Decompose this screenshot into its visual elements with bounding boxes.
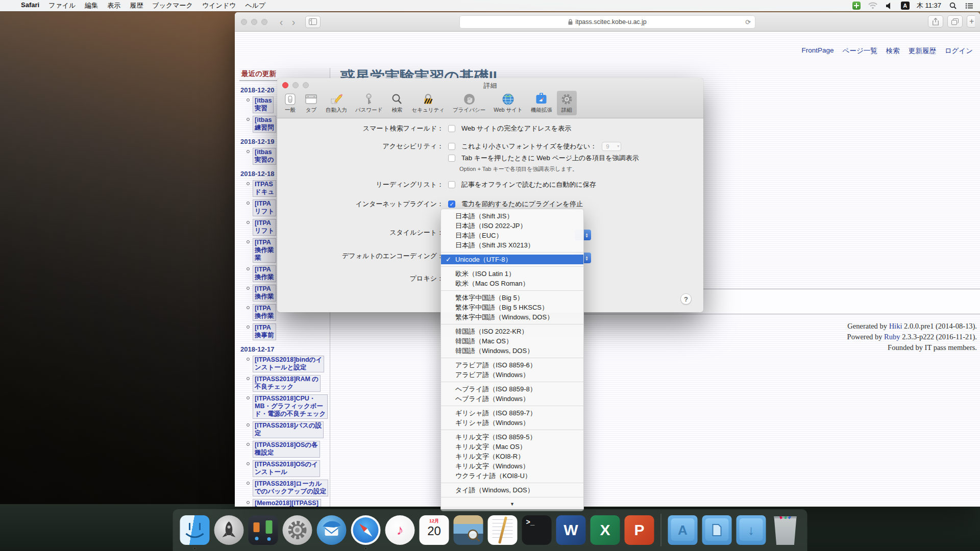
footer-link[interactable]: Hiki — [889, 322, 902, 330]
sidebar-link[interactable]: [itbas 練習問 — [253, 116, 276, 133]
encoding-menu-item[interactable]: ヘブライ語（ISO 8859-8） — [441, 384, 583, 394]
address-bar[interactable]: itpass.scitec.kobe-u.ac.jp ⟳ — [459, 15, 755, 29]
notification-center-icon[interactable] — [965, 2, 974, 10]
menu-bar-clock[interactable]: 木 11:37 — [917, 1, 941, 10]
menu-bar-item-3[interactable]: 表示 — [103, 1, 125, 10]
prefs-tab-自動入力[interactable]: 自動入力 — [322, 91, 351, 115]
sidebar-link[interactable]: [ITPA 換作業 — [253, 285, 276, 302]
encoding-menu-item[interactable]: 日本語（Shift JIS X0213） — [441, 240, 583, 250]
encoding-menu-item[interactable]: 日本語（ISO 2022-JP） — [441, 221, 583, 231]
encoding-menu-item[interactable]: キリル文字（Mac OS） — [441, 442, 583, 452]
encoding-menu-item[interactable]: ギリシャ語（ISO 8859-7） — [441, 408, 583, 418]
encoding-menu-item[interactable]: アラビア語（Windows） — [441, 370, 583, 380]
menu-bar-item-app[interactable]: Safari — [16, 1, 44, 10]
encoding-menu-item[interactable]: 韓国語（Mac OS） — [441, 336, 583, 346]
sidebar-link[interactable]: [itbas 実習 — [253, 96, 274, 113]
prefs-close-button[interactable] — [282, 82, 288, 88]
sidebar-link[interactable]: [ITPA 換事前 — [253, 323, 276, 340]
menu-bar-item-7[interactable]: ヘルプ — [240, 1, 270, 10]
encoding-menu-item[interactable]: ギリシャ語（Windows） — [441, 418, 583, 428]
spotlight-icon[interactable] — [948, 2, 958, 10]
back-button[interactable]: ‹ — [276, 17, 287, 27]
prefs-tab-パスワード[interactable]: パスワード — [352, 91, 386, 115]
menu-bar-item-6[interactable]: ウインドウ — [198, 1, 241, 10]
encoding-menu-item[interactable]: ✓Unicode（UTF-8） — [441, 255, 583, 264]
encoding-menu-item[interactable]: アラビア語（ISO 8859-6） — [441, 360, 583, 370]
encoding-menu-item[interactable]: 欧米（ISO Latin 1） — [441, 269, 583, 279]
checkbox[interactable] — [448, 181, 455, 188]
sidebar-link[interactable]: [ITPA 換作業 — [253, 265, 276, 282]
menu-bar-item-1[interactable]: ファイル — [44, 1, 80, 10]
font-size-select[interactable]: 9▾ — [602, 142, 621, 151]
encoding-menu-item[interactable]: ヘブライ語（Windows） — [441, 394, 583, 404]
encoding-menu-item[interactable]: 日本語（EUC） — [441, 231, 583, 240]
checkbox[interactable] — [448, 143, 455, 150]
sidebar-link[interactable]: [itbas 実習の — [253, 148, 276, 165]
green-app-icon[interactable] — [852, 2, 861, 10]
checkbox[interactable] — [448, 125, 455, 132]
close-button[interactable] — [241, 19, 247, 25]
menu-scroll-down-arrow[interactable]: ▼ — [441, 499, 583, 509]
wiki-nav-link-3[interactable]: 更新履歴 — [909, 46, 936, 56]
sidebar-link[interactable]: [ITPASS2018]OSの各 種設定 — [253, 441, 320, 458]
prefs-tab-一般[interactable]: 一般 — [280, 91, 300, 115]
sidebar-link[interactable]: [ITPASS2018]RAM の 不良チェック — [253, 375, 321, 392]
dock-excel-icon[interactable]: X — [591, 515, 620, 545]
prefs-zoom-button[interactable] — [303, 82, 309, 88]
sidebar-link[interactable]: [ITPASS2018]OSのイ ンストール — [253, 460, 320, 477]
sidebar-link[interactable]: [ITPASS2018]CPU・ MB・グラフィックボー ド・電源の不良チェック — [253, 394, 328, 419]
dock-preview-icon[interactable] — [454, 515, 483, 545]
encoding-menu-item[interactable]: 韓国語（ISO 2022-KR） — [441, 327, 583, 336]
dock-calendar-icon[interactable]: 12月20 — [420, 515, 449, 545]
footer-link[interactable]: Ruby — [884, 333, 900, 341]
zoom-button[interactable] — [261, 19, 267, 25]
dock-safari-icon[interactable] — [351, 515, 381, 545]
checkbox[interactable] — [448, 155, 455, 162]
prefs-tab-タブ[interactable]: ×+タブ — [301, 91, 321, 115]
wifi-off-icon[interactable] — [868, 2, 877, 10]
sidebar-link[interactable]: [ITPASS2018]ローカル でのバックアップの設定 — [253, 480, 328, 496]
encoding-menu-item[interactable]: 繁体字中国語（Windows, DOS） — [441, 312, 583, 322]
encoding-menu-item[interactable]: ウクライナ語（KOI8-U） — [441, 471, 583, 481]
dock-launchpad-icon[interactable] — [214, 515, 244, 545]
minimize-button[interactable] — [251, 19, 257, 25]
sidebar-link[interactable]: [ITPA リフト — [253, 219, 276, 236]
prefs-tab-Web サイト[interactable]: Web サイト — [490, 91, 526, 115]
sidebar-link[interactable]: [ITPASS2018]bindのイ ンストールと設定 — [253, 356, 324, 372]
tab-overview-button[interactable] — [947, 15, 963, 28]
prefs-minimize-button[interactable] — [292, 82, 299, 88]
forward-button[interactable]: › — [288, 17, 299, 27]
encoding-menu-item[interactable]: 繁体字中国語（Big 5） — [441, 293, 583, 303]
dock-folder-apps-icon[interactable]: A — [668, 515, 698, 545]
prefs-tab-セキュリティ[interactable]: セキュリティ — [408, 91, 448, 115]
prefs-tab-プライバシー[interactable]: プライバシー — [449, 91, 489, 115]
encoding-menu-item[interactable]: 日本語（Shift JIS） — [441, 211, 583, 221]
dock-folder-downloads-icon[interactable]: ↓ — [737, 515, 766, 545]
wiki-nav-link-1[interactable]: ページ一覧 — [843, 46, 877, 56]
dock-system-preferences-icon[interactable] — [283, 515, 312, 545]
encoding-menu-item[interactable]: キリル文字（ISO 8859-5） — [441, 432, 583, 442]
dock-folder-docs-icon[interactable] — [702, 515, 732, 545]
encoding-menu-item[interactable]: 韓国語（Windows, DOS） — [441, 346, 583, 356]
menu-bar-item-2[interactable]: 編集 — [80, 1, 103, 10]
prefs-tab-詳細[interactable]: 詳細 — [557, 91, 577, 115]
sidebar-link[interactable]: [ITPASS2018]パスの設 定 — [253, 421, 324, 438]
dock-trash-icon[interactable] — [771, 515, 800, 545]
help-button[interactable]: ? — [680, 293, 692, 305]
encoding-menu-item[interactable]: 繁体字中国語（Big 5 HKSCS） — [441, 303, 583, 312]
new-tab-button[interactable]: + — [967, 15, 975, 28]
dock-word-icon[interactable]: W — [556, 515, 586, 545]
sidebar-link[interactable]: ITPAS ドキュ — [253, 180, 276, 197]
volume-icon[interactable] — [885, 2, 894, 10]
sidebar-toggle-button[interactable] — [305, 16, 321, 28]
checkbox[interactable]: ✓ — [448, 201, 455, 208]
wiki-nav-link-2[interactable]: 検索 — [886, 46, 900, 56]
reload-icon[interactable]: ⟳ — [745, 18, 751, 26]
encoding-menu-item[interactable]: タイ語（Windows, DOS） — [441, 485, 583, 495]
sidebar-link[interactable]: [ITPA リフト — [253, 199, 276, 216]
dock-terminal-icon[interactable]: >_ — [522, 515, 552, 545]
prefs-tab-検索[interactable]: 検索 — [387, 91, 407, 115]
dock-powerpoint-icon[interactable]: P — [625, 515, 654, 545]
sidebar-link[interactable]: [ITPA 換作業 — [253, 304, 276, 321]
wiki-nav-link-4[interactable]: ログイン — [945, 46, 973, 56]
